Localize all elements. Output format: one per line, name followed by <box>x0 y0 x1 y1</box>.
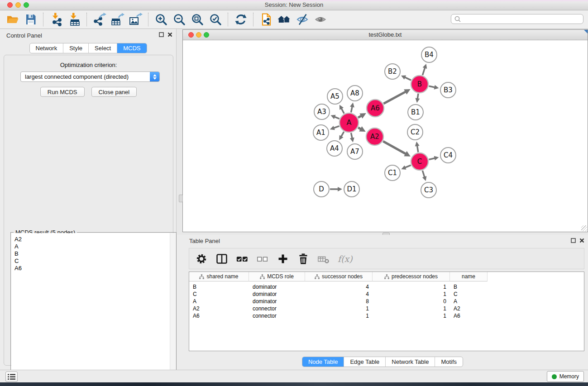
table-cell[interactable]: connector <box>249 313 305 319</box>
tab-edge-table[interactable]: Edge Table <box>344 357 386 367</box>
graph-edge-C-C2[interactable] <box>417 146 418 152</box>
table-cell[interactable]: 1 <box>305 313 373 319</box>
graph-edge-A-A1[interactable] <box>334 126 339 128</box>
mcds-result-item[interactable]: C <box>14 257 176 265</box>
table-cell[interactable]: A2 <box>189 305 249 312</box>
refresh-button[interactable] <box>232 11 250 28</box>
table-cell[interactable]: A <box>450 298 488 305</box>
graph-edge-A2-C[interactable] <box>383 141 406 154</box>
graph-edge-C-C1[interactable] <box>405 165 411 167</box>
delete-table-button[interactable] <box>317 253 330 265</box>
table-row[interactable]: A6connector11A6 <box>189 312 584 319</box>
save-session-button[interactable] <box>22 11 40 28</box>
table-cell[interactable]: A2 <box>450 305 488 312</box>
table-cell[interactable]: 1 <box>373 291 450 297</box>
criterion-dropdown[interactable]: largest connected component (directed) <box>20 71 160 82</box>
table-cell[interactable]: connector <box>249 305 305 312</box>
import-table-button[interactable] <box>65 11 83 28</box>
close-panel-icon[interactable] <box>167 32 172 37</box>
table-row[interactable]: A2connector11A2 <box>189 305 584 312</box>
search-input[interactable] <box>461 15 583 23</box>
minimize-window-button[interactable] <box>15 2 21 8</box>
table-cell[interactable]: 0 <box>373 298 450 305</box>
mcds-list-scrollbar[interactable] <box>170 233 176 386</box>
column-header-name[interactable]: name <box>450 272 488 281</box>
table-row[interactable]: Adominator80A <box>189 298 584 305</box>
graph-edge-A-A2[interactable] <box>358 128 361 129</box>
table-cell[interactable]: dominator <box>249 298 305 305</box>
table-cell[interactable]: 1 <box>373 313 450 319</box>
close-panel-button[interactable]: Close panel <box>91 87 137 97</box>
memory-button[interactable]: Memory <box>547 371 584 382</box>
table-cell[interactable]: B <box>189 284 249 290</box>
table-cell[interactable]: 8 <box>305 298 373 305</box>
home-button[interactable] <box>275 11 293 28</box>
select-all-button[interactable] <box>236 253 249 265</box>
column-settings-button[interactable] <box>195 253 208 265</box>
tab-mcds[interactable]: MCDS <box>117 43 146 53</box>
network-minimize-button[interactable] <box>196 32 201 38</box>
table-row[interactable]: Bdominator41B <box>189 283 584 291</box>
function-builder-button[interactable]: f(x) <box>338 254 353 264</box>
network-graph[interactable]: B4B2BB3A5A8A6A3B1AA1C2A2A4A7C4CC1C3DD1 <box>183 40 588 232</box>
export-network-button[interactable] <box>91 11 109 28</box>
network-canvas[interactable]: B4B2BB3A5A8A6A3B1AA1C2A2A4A7C4CC1C3DD1 <box>183 40 588 232</box>
close-window-button[interactable] <box>7 2 13 8</box>
tab-style[interactable]: Style <box>63 43 89 53</box>
table-cell[interactable]: A <box>189 298 249 305</box>
column-header-MCDS-role[interactable]: MCDS role <box>249 272 305 281</box>
delete-column-button[interactable] <box>297 253 310 265</box>
graph-edge-A6-B[interactable] <box>383 92 406 104</box>
mcds-result-item[interactable]: A <box>14 243 176 250</box>
float-table-panel-icon[interactable] <box>571 238 576 243</box>
graph-edge-A-A5[interactable] <box>341 108 344 113</box>
table-cell[interactable]: B <box>450 284 488 290</box>
close-table-panel-icon[interactable] <box>579 238 584 243</box>
table-cell[interactable]: 1 <box>373 305 450 312</box>
open-session-button[interactable] <box>4 11 22 28</box>
graph-edge-A-A7[interactable] <box>351 133 352 138</box>
graph-edge-A-A3[interactable] <box>335 117 339 119</box>
float-panel-icon[interactable] <box>159 32 164 37</box>
graph-edge-A-A6[interactable] <box>358 116 361 118</box>
import-network-button[interactable] <box>47 11 65 28</box>
search-field[interactable] <box>451 14 583 24</box>
table-cell[interactable]: dominator <box>249 284 305 290</box>
table-cell[interactable]: dominator <box>249 291 305 297</box>
add-column-button[interactable] <box>277 253 289 265</box>
zoom-fit-button[interactable] <box>188 11 206 28</box>
graph-edge-B-B3[interactable] <box>429 86 435 87</box>
graph-edge-C-C4[interactable] <box>429 158 435 160</box>
tab-select[interactable]: Select <box>89 43 117 53</box>
table-cell[interactable]: A6 <box>450 313 488 319</box>
graph-edge-B-B2[interactable] <box>405 77 411 80</box>
graph-edge-B-B1[interactable] <box>417 94 418 99</box>
hide-details-button[interactable] <box>293 11 311 28</box>
table-cell[interactable]: 1 <box>373 284 450 290</box>
zoom-window-button[interactable] <box>24 2 29 8</box>
deselect-all-button[interactable] <box>256 253 269 265</box>
network-window-titlebar[interactable]: testGlobe.txt <box>183 30 588 40</box>
task-history-button[interactable] <box>5 372 18 382</box>
graph-edge-B-B4[interactable] <box>422 68 425 75</box>
column-header-predecessor-nodes[interactable]: predecessor nodes <box>373 272 450 281</box>
show-details-button[interactable] <box>311 11 330 28</box>
table-cell[interactable]: C <box>189 291 249 297</box>
app-titlebar[interactable]: Session: New Session <box>0 0 588 10</box>
network-close-button[interactable] <box>188 32 194 38</box>
export-table-button[interactable] <box>109 11 127 28</box>
zoom-in-button[interactable] <box>152 11 170 28</box>
mcds-result-item[interactable]: A2 <box>14 236 176 243</box>
table-cell[interactable]: 4 <box>305 291 373 297</box>
tab-node-table[interactable]: Node Table <box>302 357 344 367</box>
graph-edge-A-A4[interactable] <box>341 132 344 137</box>
column-header-shared-name[interactable]: shared name <box>189 272 249 281</box>
split-view-button[interactable] <box>215 253 228 265</box>
open-network-document-button[interactable] <box>257 11 275 28</box>
export-image-button[interactable] <box>127 11 145 28</box>
mcds-result-list[interactable]: A2ABCA6 <box>11 233 176 386</box>
table-cell[interactable]: C <box>450 291 488 297</box>
graph-edge-A-A8[interactable] <box>351 106 353 112</box>
column-header-successor-nodes[interactable]: successor nodes <box>305 272 373 281</box>
tab-network[interactable]: Network <box>29 43 63 53</box>
